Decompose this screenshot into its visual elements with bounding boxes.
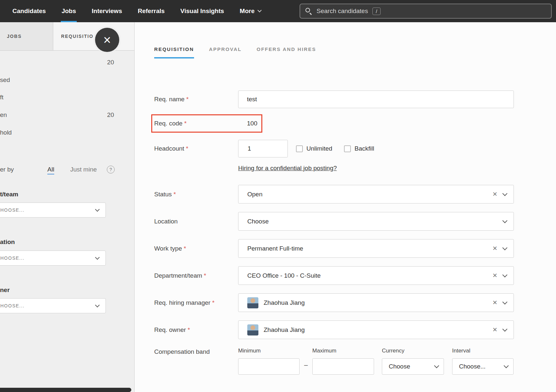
location-select[interactable]: Choose xyxy=(238,212,514,231)
required-asterisk: * xyxy=(186,145,188,152)
interval-column: Interval Choose... xyxy=(452,348,514,375)
clear-icon[interactable]: × xyxy=(493,326,497,334)
currency-select-value: Choose xyxy=(389,363,410,370)
chevron-down-icon xyxy=(502,245,508,250)
search-input[interactable]: Search candidates / xyxy=(300,4,552,19)
filter-just-mine-link[interactable]: Just mine xyxy=(70,166,97,173)
location-select-value: Choose xyxy=(247,218,269,225)
nav-item-label: Visual Insights xyxy=(180,8,224,15)
work-type-label: Work type* xyxy=(154,245,238,252)
top-nav-items: Candidates Jobs Interviews Referrals Vis… xyxy=(12,0,261,22)
minimum-label: Minimum xyxy=(238,348,300,354)
list-item-count: 20 xyxy=(107,59,114,66)
facet-select-value: HOOSE... xyxy=(0,303,25,308)
required-asterisk: * xyxy=(184,245,186,252)
search-shortcut-badge: / xyxy=(372,8,380,15)
avatar xyxy=(247,297,258,308)
list-item-label: en xyxy=(0,111,7,118)
status-select[interactable]: Open × xyxy=(238,185,514,204)
nav-item-jobs[interactable]: Jobs xyxy=(61,0,76,22)
currency-select[interactable]: Choose xyxy=(382,358,444,375)
chevron-down-icon xyxy=(502,326,508,332)
chevron-down-icon xyxy=(434,363,439,368)
facet-select-location[interactable]: HOOSE... xyxy=(0,251,106,266)
tab-approval[interactable]: APPROVAL xyxy=(209,46,242,58)
range-separator: – xyxy=(300,348,312,369)
sidebar-tab-label: REQUISITIO xyxy=(61,34,93,39)
chevron-down-icon xyxy=(502,272,508,277)
list-item[interactable]: hold xyxy=(0,129,134,136)
required-asterisk: * xyxy=(184,120,187,127)
tab-offers-and-hires[interactable]: OFFERS AND HIRES xyxy=(257,46,316,58)
clear-icon[interactable]: × xyxy=(493,271,497,279)
nav-item-label: Interviews xyxy=(92,8,122,15)
unlimited-checkbox-label: Unlimited xyxy=(306,145,332,152)
unlimited-checkbox[interactable] xyxy=(296,145,303,152)
list-item-count: 20 xyxy=(107,111,114,119)
chevron-down-icon xyxy=(502,218,508,223)
sidebar-tab-jobs[interactable]: JOBS xyxy=(0,22,53,50)
close-button[interactable]: × xyxy=(95,28,119,52)
requisition-tab-bar: REQUISITION APPROVAL OFFERS AND HIRES xyxy=(154,46,556,58)
list-item[interactable]: sed xyxy=(0,76,134,84)
chevron-down-icon xyxy=(257,8,262,12)
status-label: Status* xyxy=(154,191,238,198)
department-team-select[interactable]: CEO Office - 100 - C-Suite × xyxy=(238,266,514,285)
facet-label-owner: ner xyxy=(0,286,10,294)
req-code-value[interactable]: 100 xyxy=(238,120,257,127)
sidebar-tab-requisitions[interactable]: REQUISITIO xyxy=(53,22,134,50)
clear-icon[interactable]: × xyxy=(493,244,497,252)
facet-select-value: HOOSE... xyxy=(0,255,25,261)
req-code-row: Req. code* 100 xyxy=(154,115,514,132)
list-item[interactable]: en 20 xyxy=(0,111,134,119)
filter-by-row: er by All Just mine ? xyxy=(0,166,134,173)
work-type-select[interactable]: Permanent Full-time × xyxy=(238,239,514,258)
confidential-posting-link[interactable]: Hiring for a confidential job posting? xyxy=(238,165,337,172)
compensation-band-row: Compensation band Minimum – Maximum Curr… xyxy=(154,348,514,375)
required-asterisk: * xyxy=(204,272,206,279)
required-asterisk: * xyxy=(186,96,188,103)
list-item[interactable]: ft xyxy=(0,94,134,101)
nav-item-more[interactable]: More xyxy=(240,0,261,22)
location-row: Location Choose xyxy=(154,212,514,231)
facet-label-department-team: t/team xyxy=(0,191,18,198)
interval-select-value: Choose... xyxy=(459,363,485,370)
minimum-input[interactable] xyxy=(238,358,300,375)
clear-icon[interactable]: × xyxy=(493,299,497,306)
status-select-value: Open xyxy=(247,191,262,198)
unlimited-checkbox-group[interactable]: Unlimited xyxy=(296,145,332,152)
headcount-input[interactable] xyxy=(238,140,288,157)
backfill-checkbox-group[interactable]: Backfill xyxy=(344,145,374,152)
jobs-sidebar: JOBS REQUISITIO × 20 sed ft en 20 hold e… xyxy=(0,22,135,392)
maximum-input[interactable] xyxy=(312,358,374,375)
work-type-row: Work type* Permanent Full-time × xyxy=(154,239,514,258)
list-item-label: ft xyxy=(0,94,4,101)
nav-item-candidates[interactable]: Candidates xyxy=(12,0,46,22)
tab-requisition[interactable]: REQUISITION xyxy=(154,46,194,58)
backfill-checkbox-label: Backfill xyxy=(354,145,374,152)
hiring-manager-select[interactable]: Zhaohua Jiang × xyxy=(238,293,514,312)
headcount-row: Headcount* Unlimited Backfill xyxy=(154,140,514,157)
maximum-label: Maximum xyxy=(312,348,374,354)
nav-item-interviews[interactable]: Interviews xyxy=(92,0,122,22)
facet-select-owner[interactable]: HOOSE... xyxy=(0,298,106,313)
nav-item-label: Jobs xyxy=(61,8,76,15)
facet-select-department-team[interactable]: HOOSE... xyxy=(0,203,106,218)
hiring-manager-select-value: Zhaohua Jiang xyxy=(264,299,305,306)
chevron-down-icon xyxy=(95,303,100,307)
facet-select-value: HOOSE... xyxy=(0,207,25,213)
nav-item-visual-insights[interactable]: Visual Insights xyxy=(180,0,224,22)
req-owner-select[interactable]: Zhaohua Jiang × xyxy=(238,320,514,339)
list-item-label: hold xyxy=(0,129,12,136)
interval-select[interactable]: Choose... xyxy=(452,358,514,375)
interval-label: Interval xyxy=(452,348,514,354)
req-name-input[interactable] xyxy=(238,90,514,108)
req-code-label: Req. code* xyxy=(154,120,238,127)
headcount-label: Headcount* xyxy=(154,145,238,152)
chevron-down-icon xyxy=(504,363,509,368)
backfill-checkbox[interactable] xyxy=(344,145,351,152)
filter-all-link[interactable]: All xyxy=(47,166,54,174)
help-icon[interactable]: ? xyxy=(107,166,115,173)
clear-icon[interactable]: × xyxy=(493,190,497,198)
nav-item-referrals[interactable]: Referrals xyxy=(138,0,165,22)
